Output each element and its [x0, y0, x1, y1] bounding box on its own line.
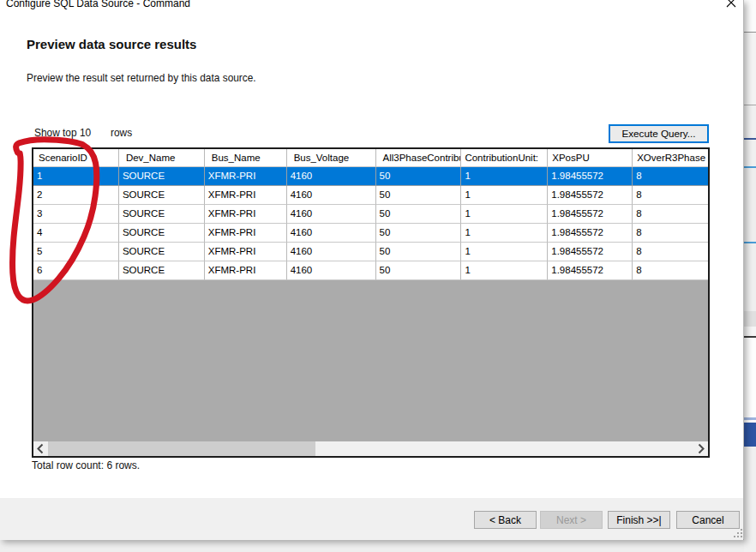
background-window-fragment [744, 33, 756, 105]
table-cell[interactable]: 50 [376, 224, 462, 243]
scroll-right-arrow-icon[interactable] [693, 441, 708, 456]
table-cell[interactable]: SOURCE [119, 261, 205, 280]
background-window-fragment [744, 447, 756, 552]
page-title: Preview data source results [27, 37, 196, 51]
table-cell[interactable]: 8 [633, 261, 708, 280]
table-cell[interactable]: XFMR-PRI [205, 224, 287, 243]
table-row[interactable]: 6SOURCEXFMR-PRI41605011.984555728 [33, 261, 708, 280]
background-window-fragment [744, 423, 756, 447]
table-cell[interactable]: 50 [376, 261, 462, 280]
show-top-value[interactable]: 10 [80, 127, 91, 139]
table-row[interactable]: 4SOURCEXFMR-PRI41605011.984555728 [33, 224, 708, 243]
column-header-bus-name[interactable]: Bus_Name [205, 149, 287, 167]
column-header-scenarioid[interactable]: ScenarioID [33, 149, 119, 167]
table-cell[interactable]: SOURCE [119, 224, 205, 243]
next-button: Next > [540, 511, 603, 529]
scrollbar-thumb[interactable] [48, 441, 315, 456]
table-cell[interactable]: 4160 [287, 167, 376, 186]
table-cell[interactable]: 4160 [287, 243, 376, 261]
table-cell[interactable]: 4 [33, 224, 119, 243]
horizontal-scrollbar[interactable] [33, 441, 708, 456]
column-header-dev-name[interactable]: Dev_Name [119, 149, 205, 167]
table-cell[interactable]: SOURCE [119, 186, 205, 205]
column-header-contributionunit-[interactable]: ContributionUnit: [461, 149, 548, 167]
table-cell[interactable]: 4160 [287, 186, 376, 205]
background-window-fragment [744, 327, 756, 336]
back-button[interactable]: < Back [474, 511, 537, 529]
finish-button[interactable]: Finish >>| [608, 511, 670, 529]
table-cell[interactable]: 50 [376, 167, 462, 186]
table-cell[interactable]: 1 [461, 243, 548, 261]
column-header-all3phasecontribu[interactable]: All3PhaseContribu [376, 149, 462, 167]
result-grid[interactable]: ScenarioIDDev_NameBus_NameBus_VoltageAll… [32, 147, 710, 458]
close-icon[interactable] [724, 0, 738, 9]
table-cell[interactable]: 1 [461, 261, 548, 280]
column-header-bus-voltage[interactable]: Bus_Voltage [287, 149, 376, 167]
table-cell[interactable]: XFMR-PRI [205, 243, 287, 261]
table-row[interactable]: 3SOURCEXFMR-PRI41605011.984555728 [33, 205, 708, 224]
cancel-button[interactable]: Cancel [676, 511, 740, 529]
table-cell[interactable]: 1.98455572 [548, 224, 633, 243]
show-top-label: Show top [34, 127, 77, 139]
table-cell[interactable]: 8 [633, 186, 708, 205]
table-cell[interactable]: 50 [376, 205, 462, 224]
table-cell[interactable]: 6 [33, 261, 119, 280]
table-cell[interactable]: 8 [633, 224, 708, 243]
background-window-fragment [744, 168, 756, 242]
configure-sql-data-source-dialog: Configure SQL Data Source - Command Prev… [0, 0, 744, 540]
table-cell[interactable]: 1.98455572 [548, 205, 633, 224]
table-cell[interactable]: 1 [461, 167, 548, 186]
table-row[interactable]: 2SOURCEXFMR-PRI41605011.984555728 [33, 186, 708, 205]
background-window-fragment [744, 338, 756, 417]
table-cell[interactable]: 1 [461, 186, 548, 205]
table-cell[interactable]: 1.98455572 [548, 167, 633, 186]
resize-grip-icon[interactable] [733, 529, 742, 538]
table-cell[interactable]: 50 [376, 243, 462, 261]
table-cell[interactable]: 8 [633, 205, 708, 224]
table-cell[interactable]: SOURCE [119, 167, 205, 186]
table-row[interactable]: 1SOURCEXFMR-PRI41605011.984555728 [33, 167, 708, 186]
table-cell[interactable]: XFMR-PRI [205, 167, 287, 186]
table-cell[interactable]: SOURCE [119, 243, 205, 261]
column-header-xpospu[interactable]: XPosPU [548, 149, 633, 167]
table-cell[interactable]: 2 [33, 186, 119, 205]
window-title: Configure SQL Data Source - Command [6, 0, 190, 9]
table-row[interactable]: 5SOURCEXFMR-PRI41605011.984555728 [33, 243, 708, 261]
table-cell[interactable]: 1 [33, 167, 119, 186]
table-cell[interactable]: 1 [461, 205, 548, 224]
rows-label: rows [111, 127, 132, 139]
background-window-fragment [744, 311, 756, 327]
grid-rows: 1SOURCEXFMR-PRI41605011.9845557282SOURCE… [33, 167, 708, 280]
table-cell[interactable]: SOURCE [119, 205, 205, 224]
table-cell[interactable]: 4160 [287, 205, 376, 224]
table-cell[interactable]: 3 [33, 205, 119, 224]
footer-bar: < Back Next > Finish >>| Cancel [0, 498, 743, 540]
background-window-fragment [744, 243, 756, 311]
screen: Configure SQL Data Source - Command Prev… [0, 0, 756, 552]
table-cell[interactable]: 8 [633, 243, 708, 261]
table-cell[interactable]: XFMR-PRI [205, 186, 287, 205]
background-window-fragment [744, 105, 756, 138]
table-cell[interactable]: XFMR-PRI [205, 205, 287, 224]
table-cell[interactable]: 1 [461, 224, 548, 243]
background-window-fragment [744, 140, 756, 166]
table-cell[interactable]: XFMR-PRI [205, 261, 287, 280]
table-cell[interactable]: 4160 [287, 261, 376, 280]
scroll-left-arrow-icon[interactable] [33, 441, 48, 456]
background-window-strip [744, 0, 756, 552]
table-cell[interactable]: 1.98455572 [548, 261, 633, 280]
grid-header-row: ScenarioIDDev_NameBus_NameBus_VoltageAll… [33, 149, 708, 167]
total-row-count: Total row count: 6 rows. [32, 459, 140, 471]
page-subtitle: Preview the result set returned by this … [27, 72, 256, 84]
table-cell[interactable]: 5 [33, 243, 119, 261]
table-cell[interactable]: 1.98455572 [548, 243, 633, 261]
table-cell[interactable]: 50 [376, 186, 462, 205]
execute-query-button[interactable]: Execute Query... [609, 124, 709, 143]
table-cell[interactable]: 8 [633, 167, 708, 186]
background-window-fragment [744, 0, 756, 32]
table-cell[interactable]: 4160 [287, 224, 376, 243]
table-cell[interactable]: 1.98455572 [548, 186, 633, 205]
column-header-xoverr3phase[interactable]: XOverR3Phase [633, 149, 708, 167]
